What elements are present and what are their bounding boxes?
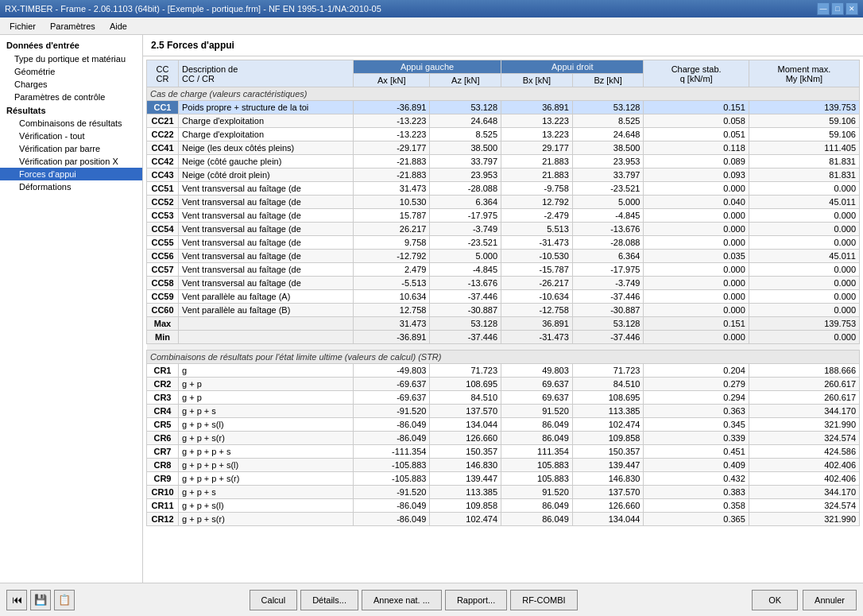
calcul-button[interactable]: Calcul	[250, 590, 298, 610]
menu-parametres[interactable]: Paramètres	[44, 20, 102, 33]
cc-id-cell: CC59	[147, 290, 179, 304]
cc-value-cell: 0.000	[644, 263, 749, 277]
cc-id-cell: CC54	[147, 223, 179, 236]
cr-value-cell: 0.345	[644, 418, 749, 432]
cr-value-cell: 0.339	[644, 432, 749, 445]
sidebar-item-verification-tout[interactable]: Vérification - tout	[0, 130, 142, 142]
cc-id-cell: CC51	[147, 182, 179, 196]
cc-value-cell: 111.405	[749, 141, 859, 155]
rapport-button[interactable]: Rapport...	[445, 590, 507, 610]
cc-value-cell: -13.676	[572, 223, 644, 236]
sidebar-item-verification-barre[interactable]: Vérification par barre	[0, 142, 142, 155]
ok-button[interactable]: OK	[752, 590, 798, 610]
maximize-button[interactable]: □	[831, 2, 844, 15]
cr-value-cell: 146.830	[572, 472, 644, 486]
cr-value-cell: 102.474	[572, 418, 644, 432]
cr-value-cell: 424.586	[749, 445, 859, 459]
table-row: CR1g-49.80371.72349.80371.7230.204188.66…	[147, 364, 860, 378]
cr-desc-cell: g + p + p + s	[179, 445, 354, 459]
sidebar-item-verification-posX[interactable]: Vérification par position X	[0, 155, 142, 168]
cr-value-cell: 344.170	[749, 486, 859, 499]
cc-value-cell: 12.758	[354, 304, 430, 317]
cc-value-cell: 26.217	[354, 223, 430, 236]
minimize-button[interactable]: —	[817, 2, 830, 15]
cr-value-cell: 324.574	[749, 432, 859, 445]
cc-desc-cell: Vent parallèle au faîtage (B)	[179, 304, 354, 317]
sidebar-item-geometrie[interactable]: Géométrie	[0, 65, 142, 78]
cc-value-cell: 5.000	[572, 196, 644, 209]
menu-aide[interactable]: Aide	[103, 20, 134, 33]
cr-id-cell: CR6	[147, 432, 179, 445]
cr-value-cell: 134.044	[430, 418, 501, 432]
cc-value-cell: 0.000	[644, 277, 749, 290]
cr-desc-cell: g + p + s(r)	[179, 432, 354, 445]
cc-value-cell: 59.106	[749, 114, 859, 128]
section-header-cc: Cas de charge (valeurs caractéristiques)	[147, 87, 860, 101]
sidebar-item-forces[interactable]: Forces d'appui	[0, 168, 142, 180]
cc-value-cell: -3.749	[572, 277, 644, 290]
cancel-button[interactable]: Annuler	[803, 590, 857, 610]
cc-value-cell: 0.000	[644, 236, 749, 250]
table-container[interactable]: CCCR Description deCC / CR Appui gauche …	[143, 56, 863, 583]
cc-value-cell: 0.000	[749, 263, 859, 277]
bottom-right: OK Annuler	[752, 590, 857, 610]
sidebar-item-type[interactable]: Type du portique et matériau	[0, 52, 142, 65]
cc-value-cell: -36.891	[354, 331, 430, 344]
cc-value-cell: 81.831	[749, 155, 859, 169]
cr-value-cell: 0.363	[644, 405, 749, 418]
cc-value-cell: -21.883	[354, 155, 430, 169]
title-bar: RX-TIMBER - Frame - 2.06.1103 (64bit) - …	[0, 0, 863, 17]
rfcombi-button[interactable]: RF-COMBI	[510, 590, 577, 610]
details-button[interactable]: Détails...	[300, 590, 358, 610]
table-row: CC52Vent transversal au faîtage (de10.53…	[147, 196, 860, 209]
cr-value-cell: -86.049	[354, 499, 430, 513]
bottom-left: ⏮ 💾 📋	[6, 590, 75, 610]
icon-btn-1[interactable]: ⏮	[6, 590, 27, 610]
cr-desc-cell: g + p + p + s(l)	[179, 459, 354, 472]
annexe-button[interactable]: Annexe nat. ...	[362, 590, 442, 610]
menu-fichier[interactable]: Fichier	[3, 20, 42, 33]
cc-id-cell: CC43	[147, 169, 179, 182]
sidebar-item-combinaisons[interactable]: Combinaisons de résultats	[0, 117, 142, 130]
cr-value-cell: 126.660	[572, 499, 644, 513]
cc-id-cell: CC57	[147, 263, 179, 277]
cc-value-cell: 0.000	[644, 290, 749, 304]
cr-id-cell: CR12	[147, 513, 179, 526]
col-cc-cr: CCCR	[147, 60, 179, 87]
icon-btn-3[interactable]: 📋	[54, 590, 75, 610]
cc-value-cell: 31.473	[354, 182, 430, 196]
cr-value-cell: 102.474	[430, 513, 501, 526]
cc-value-cell: 6.364	[572, 250, 644, 263]
cc-id-cell: CC58	[147, 277, 179, 290]
cc-value-cell: 53.128	[430, 101, 501, 114]
cc-id-cell: CC22	[147, 128, 179, 141]
cr-value-cell: 111.354	[501, 445, 573, 459]
table-row: CC51Vent transversal au faîtage (de31.47…	[147, 182, 860, 196]
table-row: CC56Vent transversal au faîtage (de-12.7…	[147, 250, 860, 263]
sidebar-item-deformations[interactable]: Déformations	[0, 180, 142, 193]
table-row: Max31.47353.12836.89153.1280.151139.753	[147, 317, 860, 331]
cc-value-cell: 24.648	[572, 128, 644, 141]
cc-value-cell: -4.845	[430, 263, 501, 277]
cc-value-cell: 0.118	[644, 141, 749, 155]
sidebar-item-params[interactable]: Paramètres de contrôle	[0, 91, 142, 103]
cr-value-cell: 108.695	[572, 391, 644, 405]
cc-id-cell: CC21	[147, 114, 179, 128]
cc-value-cell: 0.000	[749, 290, 859, 304]
cc-value-cell: -37.446	[430, 290, 501, 304]
cr-value-cell: 150.357	[430, 445, 501, 459]
cr-value-cell: 109.858	[430, 499, 501, 513]
table-row: CC21Charge d'exploitation-13.22324.64813…	[147, 114, 860, 128]
cc-value-cell: 59.106	[749, 128, 859, 141]
cc-id-cell: CC53	[147, 209, 179, 223]
cc-value-cell: 0.000	[749, 223, 859, 236]
bottom-center: Calcul Détails... Annexe nat. ... Rappor…	[250, 590, 578, 610]
cc-desc-cell: Neige (côté gauche plein)	[179, 155, 354, 169]
cc-value-cell: 53.128	[572, 317, 644, 331]
cc-value-cell: 9.758	[354, 236, 430, 250]
close-button[interactable]: ✕	[846, 2, 858, 15]
table-row: CC22Charge d'exploitation-13.2238.52513.…	[147, 128, 860, 141]
icon-btn-2[interactable]: 💾	[30, 590, 51, 610]
table-row: CC60Vent parallèle au faîtage (B)12.758-…	[147, 304, 860, 317]
sidebar-item-charges[interactable]: Charges	[0, 78, 142, 91]
